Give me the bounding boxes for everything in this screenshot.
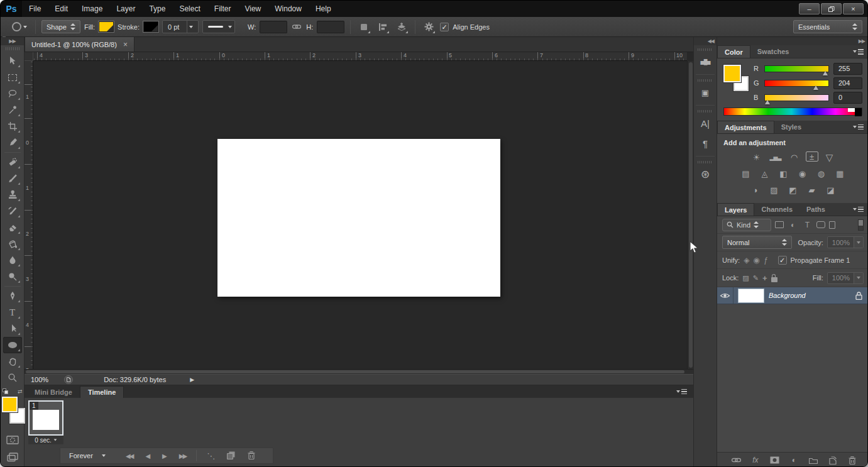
color-lookup-icon[interactable]: ▦ xyxy=(833,168,848,180)
histogram-panel-icon[interactable]: ▅█▅ xyxy=(696,53,715,70)
menu-file[interactable]: File xyxy=(22,1,48,17)
swap-colors-icon[interactable]: ⇄ xyxy=(18,388,23,395)
default-colors-icon[interactable] xyxy=(3,388,9,395)
horizontal-scrollbar[interactable] xyxy=(25,369,693,374)
foreground-color-swatch[interactable] xyxy=(723,65,741,82)
toolbox-expand-button[interactable]: ▶▶ xyxy=(1,37,24,45)
minimize-button[interactable]: – xyxy=(799,3,820,14)
canvas[interactable] xyxy=(217,139,500,297)
vertical-scrollbar[interactable] xyxy=(687,61,693,369)
unify-position-icon[interactable]: ◈ xyxy=(744,256,749,265)
dropdown-button[interactable] xyxy=(854,273,863,283)
eraser-tool[interactable] xyxy=(3,219,22,236)
horizontal-ruler[interactable]: 43 21 01 23 45 67 89 10 xyxy=(33,52,687,61)
selective-color-icon[interactable]: ◪ xyxy=(823,184,838,196)
slider-thumb[interactable] xyxy=(765,100,770,104)
first-frame-button[interactable]: ◀◀ xyxy=(121,453,138,459)
filtering-toggle[interactable] xyxy=(858,219,864,231)
fill-swatch[interactable] xyxy=(99,21,114,32)
foreground-color-swatch[interactable] xyxy=(2,397,18,412)
gradient-map-icon[interactable]: ▰ xyxy=(805,184,820,196)
layer-thumbnail[interactable] xyxy=(739,289,764,302)
vibrance-icon[interactable]: ▽ xyxy=(822,151,837,163)
rectangular-marquee-tool[interactable] xyxy=(3,69,22,85)
shape-height-input[interactable] xyxy=(317,21,344,33)
menu-edit[interactable]: Edit xyxy=(48,1,75,17)
color-spectrum-ramp[interactable] xyxy=(723,107,862,116)
play-button[interactable]: ▶ xyxy=(157,453,172,459)
zoom-level-field[interactable]: 100% xyxy=(31,376,48,383)
layer-visibility-toggle[interactable] xyxy=(717,287,733,304)
tab-timeline[interactable]: Timeline xyxy=(80,386,124,398)
menu-type[interactable]: Type xyxy=(142,1,172,17)
brush-tool[interactable] xyxy=(3,170,22,187)
green-slider[interactable] xyxy=(764,80,829,87)
layer-style-button[interactable]: fx xyxy=(749,454,762,466)
tween-button[interactable]: ⋱ xyxy=(202,451,219,461)
expand-dock-button[interactable]: ◀◀ xyxy=(694,37,717,45)
layer-row-background[interactable]: Background xyxy=(717,287,868,304)
panel-menu-icon[interactable] xyxy=(853,49,864,55)
properties-panel-icon[interactable]: ▣ xyxy=(696,84,715,101)
restore-button[interactable] xyxy=(821,3,842,14)
path-alignment-button[interactable] xyxy=(375,19,390,35)
lock-position-icon[interactable]: + xyxy=(762,273,767,283)
stroke-width-select[interactable]: 0 pt xyxy=(162,20,199,33)
type-tool[interactable]: T xyxy=(3,304,22,321)
delete-frame-button[interactable] xyxy=(243,451,260,461)
ruler-corner[interactable] xyxy=(25,52,33,61)
photo-filter-icon[interactable]: ◉ xyxy=(795,168,810,180)
tab-color[interactable]: Color xyxy=(717,45,750,58)
menu-filter[interactable]: Filter xyxy=(207,1,238,17)
blue-value-field[interactable]: 0 xyxy=(833,92,862,104)
spot-healing-brush-tool[interactable] xyxy=(3,154,22,170)
filter-kind-select[interactable]: Kind xyxy=(722,219,771,231)
filter-smart-objects-icon[interactable] xyxy=(829,221,835,229)
filter-adjustment-layers-icon[interactable]: ◐ xyxy=(788,221,798,229)
lock-all-icon[interactable] xyxy=(771,277,777,282)
fill-field[interactable]: 100% xyxy=(827,272,864,284)
collapse-dock-button[interactable]: ▶▶ xyxy=(717,37,868,45)
dodge-tool[interactable] xyxy=(3,268,22,285)
filter-type-layers-icon[interactable]: T xyxy=(802,221,813,229)
tab-adjustments[interactable]: Adjustments xyxy=(717,121,774,133)
link-dimensions-icon[interactable] xyxy=(292,24,301,30)
dropdown-button[interactable] xyxy=(187,21,195,33)
close-button[interactable]: × xyxy=(843,3,864,14)
new-layer-button[interactable] xyxy=(827,454,839,466)
lasso-tool[interactable] xyxy=(3,85,22,102)
black-white-icon[interactable]: ◧ xyxy=(776,168,791,180)
menu-layer[interactable]: Layer xyxy=(109,1,142,17)
dock-gripper[interactable] xyxy=(698,110,713,113)
dock-gripper[interactable] xyxy=(698,48,713,51)
vertical-ruler[interactable]: 10 12 34 5 xyxy=(25,61,33,369)
new-adjustment-layer-button[interactable]: ◐ xyxy=(788,454,800,466)
workspace-select[interactable]: Essentials xyxy=(793,20,862,33)
tool-preset-picker[interactable] xyxy=(9,21,30,33)
red-slider[interactable] xyxy=(764,65,829,72)
path-selection-tool[interactable] xyxy=(3,321,22,337)
color-balance-icon[interactable]: ◬ xyxy=(757,168,772,180)
align-edges-checkbox[interactable]: ✓ xyxy=(440,23,449,31)
path-operations-button[interactable] xyxy=(356,19,371,35)
path-arrangement-button[interactable] xyxy=(394,19,409,35)
zoom-tool[interactable] xyxy=(3,370,22,386)
gradient-tool[interactable] xyxy=(3,236,22,252)
menu-view[interactable]: View xyxy=(238,1,268,17)
menu-select[interactable]: Select xyxy=(172,1,207,17)
quick-selection-tool[interactable] xyxy=(3,102,22,118)
posterize-icon[interactable]: ▨ xyxy=(767,184,782,196)
tab-paths[interactable]: Paths xyxy=(799,203,832,216)
slider-thumb[interactable] xyxy=(813,85,818,90)
layer-name[interactable]: Background xyxy=(769,292,855,299)
document-size-info[interactable]: Doc: 329.6K/0 bytes xyxy=(104,376,166,383)
character-panel-icon[interactable]: A| xyxy=(696,114,715,132)
menu-help[interactable]: Help xyxy=(309,1,338,17)
scrollbar-thumb[interactable] xyxy=(689,62,693,368)
blue-slider[interactable] xyxy=(764,94,829,101)
layers-list-empty-area[interactable] xyxy=(717,304,868,452)
threshold-icon[interactable]: ◩ xyxy=(786,184,801,196)
opacity-field[interactable]: 100% xyxy=(827,236,864,248)
levels-icon[interactable]: ▂▅▃ xyxy=(768,151,783,163)
navigator-panel-icon[interactable]: ⊛ xyxy=(696,165,715,183)
